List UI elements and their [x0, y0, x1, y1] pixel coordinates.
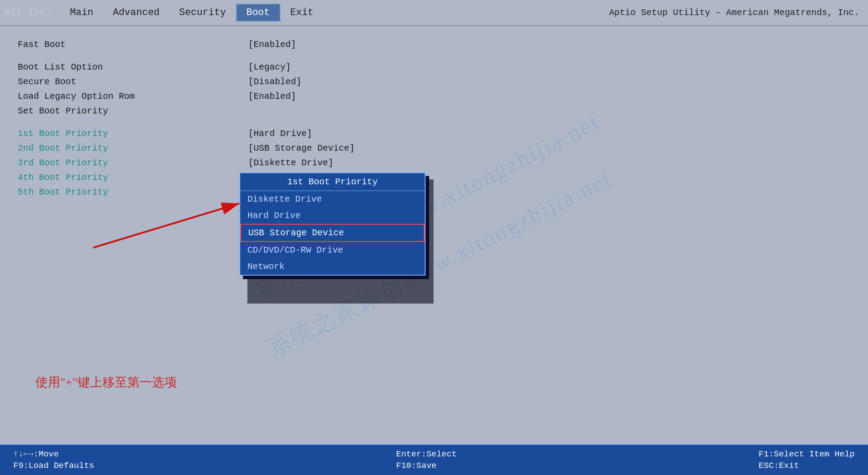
label-2nd-boot: 2nd Boot Priority [18, 143, 248, 153]
dropdown-item-harddrive[interactable]: Hard Drive [240, 207, 425, 224]
menu-bar: ell Inc. Main Advanced Security Boot Exi… [0, 0, 868, 26]
value-2nd-boot: [USB Storage Device] [248, 143, 355, 153]
row-secure-boot[interactable]: Secure Boot [Disabled] [18, 77, 850, 87]
tab-boot[interactable]: Boot [236, 4, 281, 22]
status-load-defaults: F9:Load Defaults [13, 461, 94, 471]
value-load-legacy: [Enabled] [248, 91, 296, 101]
label-set-boot: Set Boot Priority [18, 106, 248, 116]
value-3rd-boot: [Diskette Drive] [248, 158, 333, 168]
label-fast-boot: Fast Boot [18, 39, 248, 50]
annotation-text: 使用"+"键上移至第一选项 [35, 374, 177, 391]
tab-main[interactable]: Main [60, 4, 103, 21]
row-1st-boot[interactable]: 1st Boot Priority [Hard Drive] [18, 128, 850, 139]
label-load-legacy: Load Legacy Option Rom [18, 91, 248, 101]
value-secure-boot: [Disabled] [248, 77, 301, 87]
dropdown-item-diskette[interactable]: Diskette Drive [240, 191, 425, 207]
value-boot-list: [Legacy] [248, 62, 291, 72]
row-set-boot: Set Boot Priority [18, 106, 850, 116]
tab-exit[interactable]: Exit [281, 4, 324, 21]
label-secure-boot: Secure Boot [18, 77, 248, 87]
dropdown-item-network[interactable]: Network [240, 258, 425, 275]
label-3rd-boot: 3rd Boot Priority [18, 158, 248, 168]
row-boot-list[interactable]: Boot List Option [Legacy] [18, 62, 850, 72]
status-enter-select: Enter:Select [396, 449, 457, 459]
boot-priority-dropdown[interactable]: 1st Boot Priority Diskette Drive Hard Dr… [239, 172, 426, 276]
status-f1-help: F1:Select Item Help [759, 449, 855, 459]
brand-title: ell Inc. [4, 7, 51, 18]
status-esc-exit: ESC:Exit [759, 461, 855, 471]
status-move: ↑↓←→:Move [13, 449, 94, 459]
row-4th-boot[interactable]: 4th Boot Priority [18, 172, 850, 183]
row-3rd-boot[interactable]: 3rd Boot Priority [Diskette Drive] [18, 158, 850, 168]
row-2nd-boot[interactable]: 2nd Boot Priority [USB Storage Device] [18, 143, 850, 153]
tab-advanced[interactable]: Advanced [103, 4, 169, 21]
value-1st-boot: [Hard Drive] [248, 128, 312, 139]
dropdown-title: 1st Boot Priority [240, 173, 425, 191]
bios-screen: ell Inc. Main Advanced Security Boot Exi… [0, 0, 868, 475]
dropdown-item-usb[interactable]: USB Storage Device [240, 224, 425, 242]
status-bar: ↑↓←→:Move F9:Load Defaults Enter:Select … [0, 444, 868, 475]
tab-security[interactable]: Security [169, 4, 236, 21]
label-boot-list: Boot List Option [18, 62, 248, 72]
status-f10-save: F10:Save [396, 461, 457, 471]
utility-title: Aptio Setup Utility – American Megatrend… [609, 8, 868, 18]
row-fast-boot: Fast Boot [Enabled] [18, 39, 850, 50]
label-1st-boot: 1st Boot Priority [18, 128, 248, 139]
content-area: Fast Boot [Enabled] Boot List Option [Le… [0, 26, 868, 444]
red-arrow [89, 195, 257, 254]
label-4th-boot: 4th Boot Priority [18, 172, 248, 183]
menu-left: ell Inc. Main Advanced Security Boot Exi… [0, 4, 323, 22]
row-load-legacy[interactable]: Load Legacy Option Rom [Enabled] [18, 91, 850, 101]
svg-line-1 [93, 203, 239, 248]
dropdown-item-cddvd[interactable]: CD/DVD/CD-RW Drive [240, 242, 425, 258]
value-fast-boot: [Enabled] [248, 39, 296, 50]
